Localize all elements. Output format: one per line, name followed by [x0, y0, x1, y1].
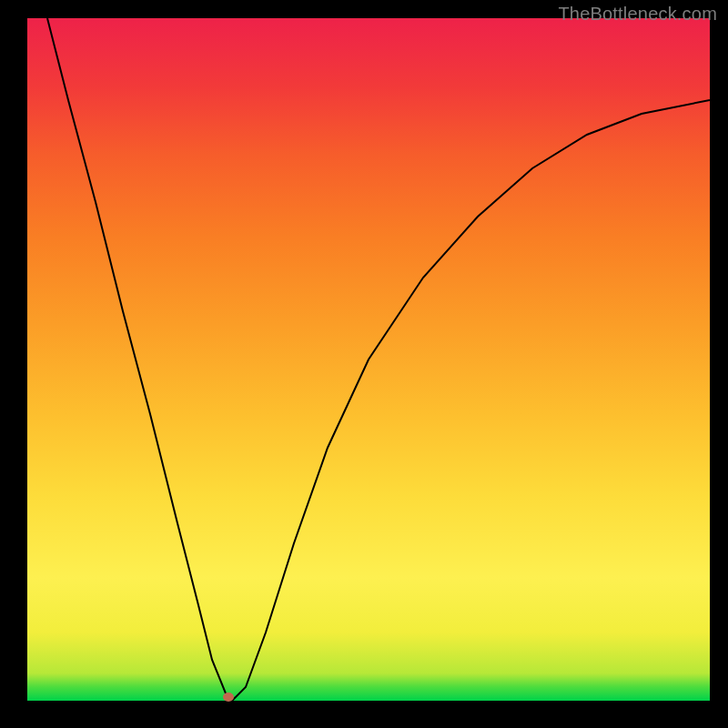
curve-path — [47, 18, 710, 701]
optimum-marker — [223, 693, 234, 702]
chart-root: TheBottleneck.com — [0, 0, 728, 728]
watermark: TheBottleneck.com — [558, 4, 717, 25]
bottleneck-curve — [27, 18, 710, 701]
plot-area — [27, 18, 710, 701]
